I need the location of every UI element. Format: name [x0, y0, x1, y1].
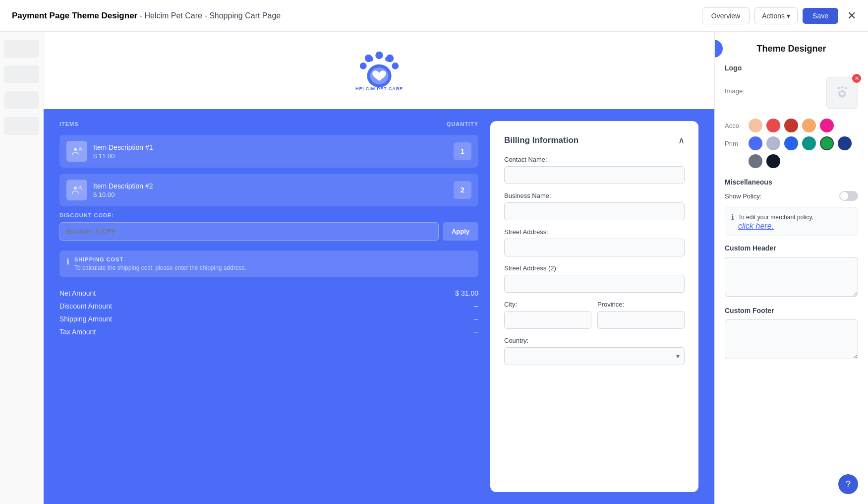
sidebar-item-2: [4, 65, 39, 83]
province-label: Province:: [597, 301, 685, 308]
panel-title: Theme Designer: [725, 44, 858, 54]
business-name-label: Business Name:: [504, 192, 685, 199]
country-field: Country: Canada United States ▾: [504, 337, 685, 365]
sidebar-item-4: [4, 117, 39, 135]
theme-designer-panel: ‹ Theme Designer Logo Image:: [714, 32, 868, 504]
misc-section-label: Miscellaneous: [725, 178, 858, 186]
policy-link[interactable]: click here.: [738, 222, 774, 230]
street-address2-label: Street Address (2):: [504, 264, 685, 272]
item-name-1: Item Description #1: [93, 143, 448, 151]
net-amount-row: Net Amount $ 31.00: [59, 289, 478, 297]
main-layout: HELCIM PET CARE ITEMS QUANTITY: [0, 32, 868, 504]
discount-row: Apply: [59, 222, 478, 241]
item-details-1: Item Description #1 $ 11.00: [93, 143, 448, 160]
city-field: City:: [504, 301, 591, 329]
country-select[interactable]: Canada United States: [504, 347, 685, 365]
chevron-up-icon[interactable]: ∧: [678, 135, 685, 146]
chevron-down-icon: ▾: [787, 12, 790, 20]
billing-form-card: Billing Information ∧ Contact Name: Busi…: [490, 121, 698, 492]
actions-label: Actions: [762, 12, 785, 20]
custom-header-label: Custom Header: [725, 244, 858, 252]
logo-preview-wrap: ✕: [826, 77, 858, 109]
contact-name-label: Contact Name:: [504, 156, 685, 163]
province-input[interactable]: [597, 311, 685, 329]
accent-swatch-1[interactable]: [749, 119, 762, 132]
policy-notice-content: To edit your merchant policy, click here…: [738, 212, 813, 231]
policy-notice: ℹ To edit your merchant policy, click he…: [725, 207, 858, 236]
help-button[interactable]: ?: [838, 474, 858, 494]
accent-swatch-5[interactable]: [820, 119, 834, 132]
shipping-amount-row: Shipping Amount --: [59, 315, 478, 323]
extra-swatch-1[interactable]: [749, 154, 762, 168]
primary-swatch-1[interactable]: [749, 136, 762, 150]
primary-swatch-2[interactable]: [766, 136, 780, 150]
primary-swatch-4[interactable]: [802, 136, 816, 150]
primary-swatch-6[interactable]: [838, 136, 852, 150]
country-label: Country:: [504, 337, 685, 344]
net-label: Net Amount: [59, 289, 96, 297]
primary-swatch-3[interactable]: [784, 136, 798, 150]
city-input[interactable]: [504, 311, 591, 329]
qty-column-label: QUANTITY: [447, 121, 478, 127]
overview-button[interactable]: Overview: [702, 7, 750, 24]
billing-title: Billing Information: [504, 135, 579, 145]
misc-section: Miscellaneous Show Policy: ℹ To edit you…: [725, 178, 858, 236]
svg-point-15: [838, 87, 840, 89]
contact-name-input[interactable]: [504, 166, 685, 184]
discount-amount-row: Discount Amount --: [59, 302, 478, 310]
discount-label: DISCOUNT CODE:: [59, 212, 478, 218]
items-header: ITEMS QUANTITY: [59, 121, 478, 127]
save-button[interactable]: Save: [803, 8, 838, 24]
left-sidebar: [0, 32, 44, 504]
item-image-2: [66, 180, 87, 200]
custom-footer-section: Custom Footer: [725, 307, 858, 361]
close-button[interactable]: ✕: [847, 9, 856, 22]
center-preview: HELCIM PET CARE ITEMS QUANTITY: [44, 32, 714, 504]
shipping-notice-content: SHIPPING COST To calculate the shipping …: [74, 256, 246, 271]
primary-color-row: Prim: [725, 136, 858, 150]
topbar-title-bold: Payment Page Theme Designer: [12, 11, 137, 20]
accent-swatch-2[interactable]: [766, 119, 780, 132]
show-policy-row: Show Policy:: [725, 191, 858, 201]
logo-thumbnail: [830, 80, 855, 105]
tax-row-label: Tax Amount: [59, 328, 96, 336]
apply-button[interactable]: Apply: [443, 222, 478, 241]
shipping-row-label: Shipping Amount: [59, 315, 112, 323]
contact-name-field: Contact Name:: [504, 156, 685, 184]
business-name-field: Business Name:: [504, 192, 685, 220]
business-name-input[interactable]: [504, 202, 685, 220]
tax-amount-row: Tax Amount --: [59, 328, 478, 336]
logo-section: Logo Image: ✕: [725, 64, 858, 109]
topbar-title-rest: - Helcim Pet Care - Shopping Cart Page: [137, 11, 281, 20]
shipping-row-value: --: [474, 315, 478, 323]
discount-input[interactable]: [59, 222, 439, 241]
primary-row-label: Prim: [725, 140, 745, 147]
country-select-wrap: Canada United States ▾: [504, 347, 685, 365]
svg-point-11: [74, 148, 77, 151]
logo-image-row: Image: ✕: [725, 77, 858, 109]
actions-button[interactable]: Actions ▾: [754, 7, 798, 24]
logo-remove-button[interactable]: ✕: [852, 74, 861, 83]
accent-swatch-3[interactable]: [784, 119, 798, 132]
extra-swatch-2[interactable]: [766, 154, 780, 168]
street-address-input[interactable]: [504, 239, 685, 256]
custom-footer-textarea[interactable]: [725, 319, 858, 359]
show-policy-toggle[interactable]: [839, 191, 858, 201]
street-address2-input[interactable]: [504, 275, 685, 293]
item-qty-2: 2: [454, 181, 471, 199]
info-icon: ℹ: [66, 257, 69, 266]
svg-point-3: [359, 63, 366, 69]
extra-color-row: [725, 154, 858, 168]
logo-section-label: Logo: [725, 64, 858, 72]
item-price-2: $ 10.00: [93, 191, 448, 198]
accent-row-label: Acco: [725, 122, 745, 129]
custom-header-section: Custom Header: [725, 244, 858, 299]
custom-header-textarea[interactable]: [725, 257, 858, 297]
primary-swatch-5[interactable]: [820, 136, 834, 150]
shipping-cost-body: To calculate the shipping cost, please e…: [74, 264, 246, 271]
item-qty-1: 1: [454, 142, 471, 160]
city-label: City:: [504, 301, 591, 308]
item-details-2: Item Description #2 $ 10.00: [93, 182, 448, 198]
item-name-2: Item Description #2: [93, 182, 448, 190]
accent-swatch-4[interactable]: [802, 119, 816, 132]
